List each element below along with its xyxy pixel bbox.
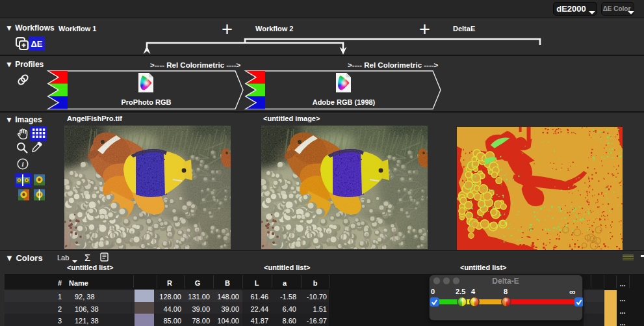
svg-text:i: i (22, 160, 24, 168)
svg-text:Delta-E: Delta-E (492, 277, 519, 286)
svg-text:0: 0 (431, 288, 435, 295)
svg-text:∞: ∞ (569, 287, 575, 297)
svg-text:2.5: 2.5 (456, 288, 465, 295)
svg-text:8: 8 (504, 288, 508, 295)
svg-text:4: 4 (471, 288, 476, 295)
